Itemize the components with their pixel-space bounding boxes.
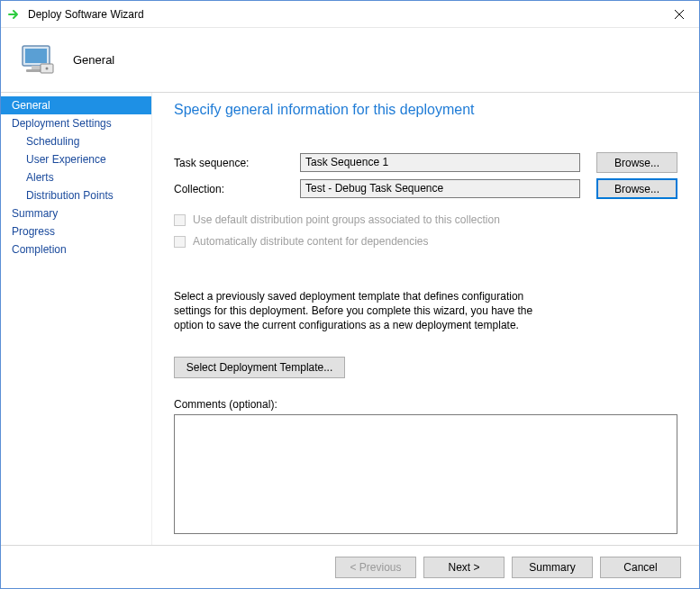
nav-distribution-points[interactable]: Distribution Points (1, 186, 151, 204)
default-dp-checkbox-row: Use default distribution point groups as… (174, 213, 677, 226)
comments-label: Comments (optional): (174, 398, 677, 411)
wizard-header: General (1, 28, 699, 93)
nav-scheduling[interactable]: Scheduling (1, 132, 151, 150)
collection-row: Collection: Test - Debug Task Sequence B… (174, 178, 677, 199)
auto-distribute-checkbox (174, 236, 186, 248)
close-button[interactable] (659, 1, 699, 27)
nav-user-experience[interactable]: User Experience (1, 150, 151, 168)
svg-point-5 (46, 67, 49, 69)
wizard-window: Deploy Software Wizard General General D… (0, 0, 700, 589)
next-button[interactable]: Next > (423, 557, 505, 578)
previous-button: < Previous (335, 557, 416, 578)
titlebar: Deploy Software Wizard (1, 1, 699, 28)
main-panel: Specify general information for this dep… (152, 93, 699, 545)
wizard-footer: < Previous Next > Summary Cancel (1, 545, 699, 588)
wizard-body: General Deployment Settings Scheduling U… (1, 93, 699, 545)
default-dp-checkbox (174, 214, 186, 226)
app-icon (8, 7, 23, 22)
svg-rect-2 (32, 66, 41, 69)
summary-button[interactable]: Summary (512, 557, 593, 578)
collection-field: Test - Debug Task Sequence (300, 179, 580, 198)
svg-rect-1 (25, 49, 47, 63)
nav-general[interactable]: General (1, 96, 151, 114)
task-sequence-row: Task sequence: Task Sequence 1 Browse... (174, 152, 677, 173)
nav-deployment-settings[interactable]: Deployment Settings (1, 114, 151, 132)
nav-completion[interactable]: Completion (1, 240, 151, 258)
collection-label: Collection: (174, 183, 300, 195)
auto-distribute-label: Automatically distribute content for dep… (193, 235, 429, 248)
task-sequence-label: Task sequence: (174, 157, 300, 169)
header-title: General (73, 53, 114, 67)
task-sequence-browse-button[interactable]: Browse... (596, 152, 677, 173)
select-template-button[interactable]: Select Deployment Template... (174, 357, 345, 378)
template-help-text: Select a previously saved deployment tem… (174, 289, 552, 333)
default-dp-label: Use default distribution point groups as… (193, 213, 500, 226)
monitor-icon (17, 41, 57, 80)
nav-progress[interactable]: Progress (1, 222, 151, 240)
auto-distribute-checkbox-row: Automatically distribute content for dep… (174, 235, 677, 248)
nav-summary[interactable]: Summary (1, 204, 151, 222)
comments-textarea[interactable] (174, 414, 677, 534)
nav-alerts[interactable]: Alerts (1, 168, 151, 186)
window-title: Deploy Software Wizard (28, 8, 659, 21)
cancel-button[interactable]: Cancel (600, 557, 681, 578)
page-heading: Specify general information for this dep… (174, 102, 677, 118)
sidebar: General Deployment Settings Scheduling U… (1, 93, 152, 545)
collection-browse-button[interactable]: Browse... (596, 178, 677, 199)
task-sequence-field: Task Sequence 1 (300, 153, 580, 172)
